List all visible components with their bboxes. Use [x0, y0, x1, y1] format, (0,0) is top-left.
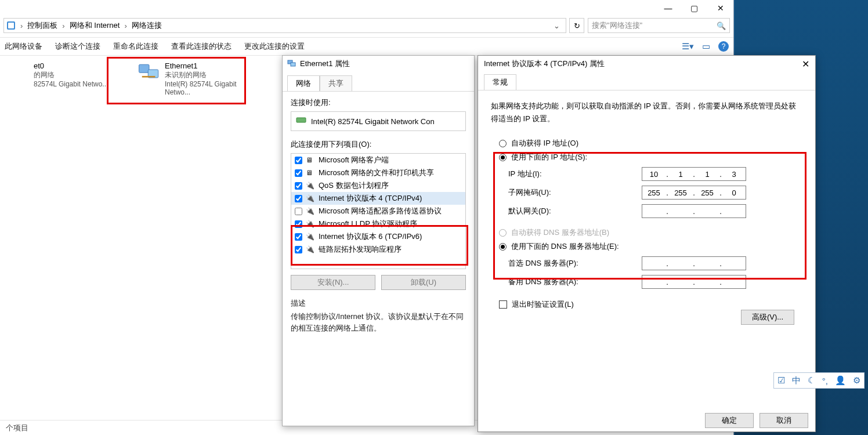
gateway-field[interactable]: . . . [642, 204, 746, 218]
nic-icon [137, 61, 161, 86]
search-placeholder: 搜索"网络连接" [592, 20, 717, 31]
search-icon: 🔍 [717, 21, 726, 30]
desc-text: 传输控制协议/Internet 协议。该协议是默认于在不同的相互连接的网络上通信… [291, 311, 466, 334]
item-checkbox[interactable] [295, 246, 302, 253]
ime-moon-icon[interactable]: ☾ [808, 375, 815, 386]
radio-ip-auto[interactable]: 自动获得 IP 地址(O) [499, 138, 794, 148]
item-checkbox[interactable] [295, 182, 302, 190]
protocol-icon: 🔌 [306, 194, 315, 202]
item-checkbox[interactable] [295, 195, 302, 202]
connect-using-label: 连接时使用: [291, 97, 466, 108]
view-mode-icon[interactable]: ☰▾ [682, 41, 694, 52]
item-checkbox[interactable] [295, 233, 302, 241]
adapter-ethernet0[interactable]: et0 的网络 82574L Gigabit Netwo... [6, 61, 128, 414]
list-item[interactable]: 🔌Microsoft 网络适配器多路传送器协议 [291, 205, 465, 217]
dns2-label: 备用 DNS 服务器(A): [508, 277, 642, 287]
item-label: Microsoft LLDP 协议驱动程序 [319, 219, 417, 229]
cmd-rename[interactable]: 重命名此连接 [113, 41, 158, 52]
item-checkbox[interactable] [295, 157, 302, 164]
ime-toolbar[interactable]: ☑ 中 ☾ °, 👤 ⚙ [773, 372, 865, 389]
radio-ip-manual[interactable]: 使用下面的 IP 地址(S): [499, 152, 794, 162]
status-text: 个项目 [6, 423, 28, 433]
ime-gear-icon[interactable]: ⚙ [853, 375, 860, 386]
radio-label: 自动获得 DNS 服务器地址(B) [511, 227, 609, 238]
svg-rect-2 [139, 64, 150, 72]
list-item[interactable]: 🔌QoS 数据包计划程序 [291, 179, 465, 192]
help-icon[interactable]: ? [718, 41, 729, 52]
tab-network[interactable]: 网络 [287, 75, 320, 91]
crumb-drop-icon[interactable]: ⌄ [550, 21, 563, 30]
advanced-button[interactable]: 高级(V)... [741, 310, 794, 325]
radio-label: 使用下面的 DNS 服务器地址(E): [511, 241, 619, 252]
octet[interactable]: 255 [669, 188, 692, 197]
ime-user-icon[interactable]: 👤 [835, 375, 846, 386]
close-button[interactable]: ✕ [707, 0, 733, 16]
list-item-selected[interactable]: 🔌Internet 协议版本 4 (TCP/IPv4) [291, 192, 465, 205]
items-list[interactable]: 🖥Microsoft 网络客户端 🖥Microsoft 网络的文件和打印机共享 … [291, 153, 466, 269]
radio-icon [499, 154, 507, 161]
octet[interactable]: 10 [642, 170, 666, 179]
ime-lang-icon[interactable]: 中 [792, 375, 801, 386]
connect-using-field[interactable]: Intel(R) 82574L Gigabit Network Con [291, 111, 466, 131]
octet[interactable]: 0 [722, 188, 746, 197]
list-item[interactable]: 🖥Microsoft 网络客户端 [291, 154, 465, 166]
subnet-mask-field[interactable]: 255. 255. 255. 0 [642, 186, 746, 200]
item-checkbox[interactable] [295, 220, 302, 228]
protocol-icon: 🔌 [306, 233, 315, 241]
validate-label: 退出时验证设置(L) [512, 299, 574, 310]
crumb-control-panel[interactable]: 控制面板 [24, 20, 61, 31]
list-item[interactable]: 🖥Microsoft 网络的文件和打印机共享 [291, 166, 465, 179]
dns2-field[interactable]: . . . [642, 275, 746, 289]
control-panel-icon [6, 21, 16, 30]
radio-dns-manual[interactable]: 使用下面的 DNS 服务器地址(E): [499, 241, 794, 252]
ime-punct-icon[interactable]: °, [822, 376, 828, 386]
preview-pane-icon[interactable]: ▭ [702, 41, 710, 52]
list-item[interactable]: 🔌Internet 协议版本 6 (TCP/IPv6) [291, 230, 465, 243]
ok-button[interactable]: 确定 [705, 413, 754, 428]
item-label: Internet 协议版本 6 (TCP/IPv6) [319, 231, 422, 242]
dns1-field[interactable]: . . . [642, 256, 746, 270]
octet[interactable]: 1 [669, 170, 692, 179]
adapter-properties-dialog: Ethernet1 属性 网络 共享 连接时使用: Intel(R) 82574… [282, 55, 475, 426]
radio-icon [499, 140, 507, 147]
subnet-mask-label: 子网掩码(U): [508, 187, 642, 198]
close-icon[interactable]: ✕ [802, 59, 809, 70]
dialog-title: Ethernet1 属性 [300, 59, 350, 69]
item-label: Microsoft 网络适配器多路传送器协议 [319, 206, 442, 216]
item-label: Microsoft 网络客户端 [319, 155, 389, 165]
install-button[interactable]: 安装(N)... [291, 275, 375, 290]
maximize-button[interactable]: ▢ [681, 0, 707, 16]
ipv4-properties-dialog: Internet 协议版本 4 (TCP/IPv4) 属性 ✕ 常规 如果网络支… [478, 55, 816, 432]
crumb-network-internet[interactable]: 网络和 Internet [66, 20, 124, 31]
cmd-diagnose[interactable]: 诊断这个连接 [55, 41, 100, 52]
list-item[interactable]: 🔌链路层拓扑发现响应程序 [291, 243, 465, 256]
uninstall-button[interactable]: 卸载(U) [381, 275, 466, 290]
radio-dns-auto: 自动获得 DNS 服务器地址(B) [499, 227, 794, 238]
tab-general[interactable]: 常规 [484, 74, 516, 90]
octet[interactable]: 255 [642, 188, 666, 197]
cmd-change-settings[interactable]: 更改此连接的设置 [244, 41, 305, 52]
octet[interactable]: 3 [722, 170, 746, 179]
octet[interactable]: 1 [696, 170, 719, 179]
list-item[interactable]: 🔌Microsoft LLDP 协议驱动程序 [291, 217, 465, 230]
nic-small-icon [287, 59, 296, 70]
item-checkbox[interactable] [295, 169, 302, 177]
crumb-network-connections[interactable]: 网络连接 [128, 20, 165, 31]
adapter-device: Intel(R) 82574L Gigabit Netwo... [165, 80, 259, 96]
octet[interactable]: 255 [696, 188, 719, 197]
svg-rect-1 [8, 23, 14, 28]
minimize-button[interactable]: — [655, 0, 681, 16]
cmd-view-status[interactable]: 查看此连接的状态 [171, 41, 232, 52]
validate-checkbox[interactable] [499, 300, 507, 309]
tab-sharing[interactable]: 共享 [320, 75, 352, 91]
cancel-button[interactable]: 取消 [760, 413, 808, 428]
refresh-button[interactable]: ↻ [569, 18, 584, 33]
item-checkbox[interactable] [295, 208, 302, 215]
search-input[interactable]: 搜索"网络连接" 🔍 [588, 18, 730, 33]
ime-check-icon[interactable]: ☑ [777, 375, 785, 386]
ip-address-field[interactable]: 10. 1. 1. 3 [642, 167, 746, 181]
adapter-ethernet1[interactable]: Ethernet1 未识别的网络 Intel(R) 82574L Gigabit… [137, 61, 259, 414]
cmd-organize[interactable]: 此网络设备 [5, 41, 42, 52]
breadcrumb[interactable]: › 控制面板 › 网络和 Internet › 网络连接 ⌄ [3, 18, 566, 33]
protocol-icon: 🔌 [306, 220, 315, 228]
